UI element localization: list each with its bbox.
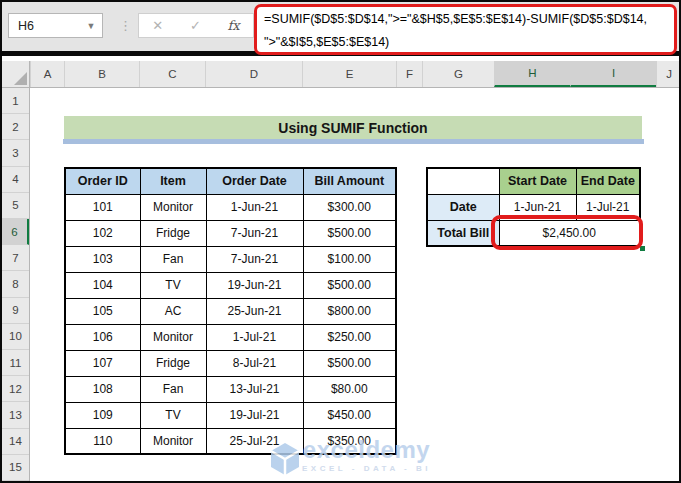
summary-header-cell[interactable]: End Date	[576, 168, 640, 194]
cell[interactable]: Fridge	[140, 220, 206, 246]
cell[interactable]: 1-Jul-21	[206, 324, 303, 350]
cell[interactable]: 104	[65, 272, 140, 298]
date-label-cell[interactable]: Date	[427, 194, 499, 220]
cell[interactable]: $500.00	[303, 272, 396, 298]
row-header-3[interactable]: 3	[2, 140, 29, 166]
orders-header-cell[interactable]: Item	[140, 168, 206, 194]
row-header-5[interactable]: 5	[2, 193, 29, 219]
row-header-13[interactable]: 13	[2, 402, 29, 428]
orders-header-cell[interactable]: Order Date	[206, 168, 303, 194]
fill-handle[interactable]	[639, 245, 646, 252]
insert-function-icon[interactable]: fx	[227, 18, 239, 33]
formula-input[interactable]: =SUMIF($D$5:$D$14,">="&$H$5,$E$5:$E$14)-…	[254, 4, 677, 55]
cell[interactable]: 7-Jun-21	[206, 246, 303, 272]
cell[interactable]: 7-Jun-21	[206, 220, 303, 246]
cell[interactable]: $800.00	[303, 298, 396, 324]
cell[interactable]: $300.00	[303, 194, 396, 220]
date-value-cell[interactable]: 1-Jun-21	[499, 194, 576, 220]
cell[interactable]: 108	[65, 376, 140, 402]
column-header-D[interactable]: D	[205, 61, 302, 87]
formula-line-2: ">"&$I$5,$E$5:$E$14)	[264, 31, 667, 54]
table-row: 104TV19-Jun-21$500.00	[65, 272, 396, 298]
select-all-button[interactable]	[2, 61, 30, 87]
row-header-12[interactable]: 12	[2, 376, 29, 402]
cell[interactable]: 25-Jul-21	[206, 428, 303, 454]
row-header-9[interactable]: 9	[2, 298, 29, 324]
cell[interactable]: 110	[65, 428, 140, 454]
column-header-A[interactable]: A	[30, 61, 64, 87]
formula-line-1: =SUMIF($D$5:$D$14,">="&$H$5,$E$5:$E$14)-…	[264, 8, 667, 31]
cell[interactable]: 19-Jul-21	[206, 402, 303, 428]
cell[interactable]	[427, 168, 499, 194]
cell[interactable]: 107	[65, 350, 140, 376]
cell[interactable]: $80.00	[303, 376, 396, 402]
cell[interactable]: 106	[65, 324, 140, 350]
cell[interactable]: TV	[140, 272, 206, 298]
summary-header-cell[interactable]: Start Date	[499, 168, 576, 194]
row-header-10[interactable]: 10	[2, 324, 29, 350]
cell[interactable]: 101	[65, 194, 140, 220]
cell[interactable]: AC	[140, 298, 206, 324]
cell[interactable]: Fan	[140, 376, 206, 402]
cell[interactable]: Monitor	[140, 428, 206, 454]
cell[interactable]: 13-Jul-21	[206, 376, 303, 402]
formula-buttons-group: ✕ ✓ fx	[138, 13, 254, 38]
row-header-11[interactable]: 11	[2, 350, 29, 376]
orders-table: Order IDItemOrder DateBill Amount101Moni…	[64, 167, 397, 455]
column-header-J[interactable]: J	[656, 61, 681, 87]
cell[interactable]: Fridge	[140, 350, 206, 376]
column-header-B[interactable]: B	[64, 61, 139, 87]
chevron-down-icon[interactable]: ▼	[80, 21, 102, 31]
row-header-4[interactable]: 4	[2, 167, 29, 193]
cell[interactable]: $500.00	[303, 220, 396, 246]
name-box[interactable]: H6 ▼	[8, 13, 103, 38]
cell[interactable]: 19-Jun-21	[206, 272, 303, 298]
table-row: 108Fan13-Jul-21$80.00	[65, 376, 396, 402]
table-row: 106Monitor1-Jul-21$250.00	[65, 324, 396, 350]
formula-bar-strip: H6 ▼ ⋮ ✕ ✓ fx =SUMIF($D$5:$D$14,">="&$H$…	[2, 2, 679, 56]
cell[interactable]: $500.00	[303, 350, 396, 376]
cell[interactable]: $100.00	[303, 246, 396, 272]
orders-header-cell[interactable]: Order ID	[65, 168, 140, 194]
total-bill-value-cell[interactable]: $2,450.00	[499, 220, 640, 246]
table-row: 107Fridge8-Jul-21$500.00	[65, 350, 396, 376]
cell[interactable]: 102	[65, 220, 140, 246]
row-header-8[interactable]: 8	[2, 271, 29, 297]
column-header-G[interactable]: G	[422, 61, 494, 87]
cell[interactable]: $450.00	[303, 402, 396, 428]
cell[interactable]: Monitor	[140, 324, 206, 350]
cell[interactable]: 25-Jun-21	[206, 298, 303, 324]
row-headers: 123456789101112131415	[2, 88, 30, 481]
cell[interactable]: $250.00	[303, 324, 396, 350]
cell[interactable]: TV	[140, 402, 206, 428]
cell[interactable]: 103	[65, 246, 140, 272]
row-header-1[interactable]: 1	[2, 88, 29, 114]
cell[interactable]: 105	[65, 298, 140, 324]
cell[interactable]: Monitor	[140, 194, 206, 220]
column-header-C[interactable]: C	[139, 61, 205, 87]
cancel-icon[interactable]: ✕	[152, 18, 163, 33]
row-header-2[interactable]: 2	[2, 114, 29, 140]
total-bill-label-cell[interactable]: Total Bill	[427, 220, 499, 246]
row-header-14[interactable]: 14	[2, 429, 29, 455]
title-banner-cell[interactable]: Using SUMIF Function	[64, 116, 642, 139]
row-header-15[interactable]: 15	[2, 455, 29, 481]
table-row: 102Fridge7-Jun-21$500.00	[65, 220, 396, 246]
column-header-I[interactable]: I	[570, 61, 656, 87]
summary-table: Start DateEnd DateDate1-Jun-211-Jul-21To…	[426, 167, 641, 247]
row-header-7[interactable]: 7	[2, 245, 29, 271]
column-header-H[interactable]: H	[494, 61, 570, 87]
cell[interactable]: 8-Jul-21	[206, 350, 303, 376]
row-header-6[interactable]: 6	[2, 219, 29, 245]
cell[interactable]: $350.00	[303, 428, 396, 454]
date-value-cell[interactable]: 1-Jul-21	[576, 194, 640, 220]
title-underline	[63, 139, 644, 144]
column-header-E[interactable]: E	[302, 61, 396, 87]
cell[interactable]: 109	[65, 402, 140, 428]
cell[interactable]: 1-Jun-21	[206, 194, 303, 220]
column-header-F[interactable]: F	[396, 61, 422, 87]
orders-header-cell[interactable]: Bill Amount	[303, 168, 396, 194]
enter-icon[interactable]: ✓	[190, 18, 201, 33]
select-all-triangle-icon	[14, 72, 27, 85]
cell[interactable]: Fan	[140, 246, 206, 272]
